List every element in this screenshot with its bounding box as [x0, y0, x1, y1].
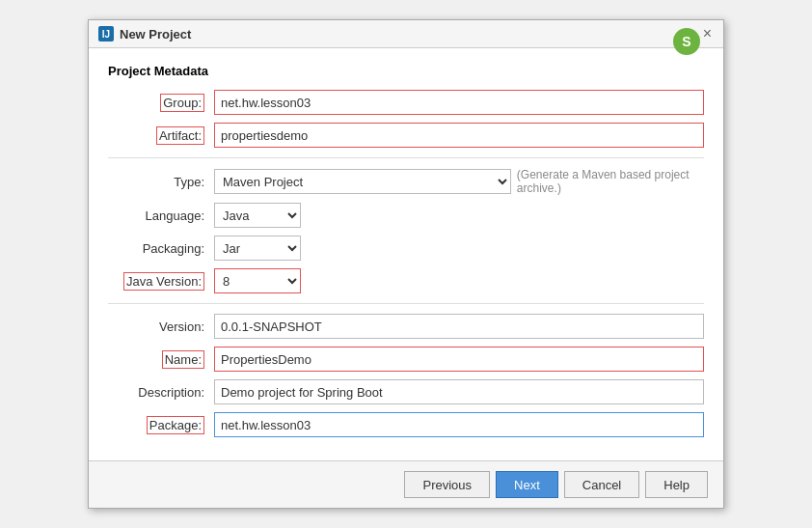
group-input-wrapper — [214, 90, 704, 115]
package-input-wrapper — [214, 412, 704, 437]
packaging-select[interactable]: Jar War — [214, 236, 301, 261]
type-hint: (Generate a Maven based project archive.… — [517, 168, 704, 195]
artifact-label: Artifact: — [108, 128, 214, 143]
package-input[interactable] — [214, 412, 704, 437]
packaging-label: Packaging: — [108, 241, 214, 256]
description-input-wrapper — [214, 379, 704, 404]
name-label: Name: — [108, 352, 214, 367]
type-label: Type: — [108, 175, 214, 189]
artifact-input-wrapper — [214, 123, 704, 148]
package-label: Package: — [108, 418, 214, 432]
artifact-row: Artifact: — [108, 123, 704, 148]
spring-icon: S — [673, 28, 700, 55]
group-label: Group: — [108, 96, 214, 110]
packaging-row: Packaging: Jar War — [108, 236, 704, 261]
packaging-select-wrapper: Jar War — [214, 236, 704, 261]
next-button[interactable]: Next — [496, 471, 558, 498]
previous-button[interactable]: Previous — [404, 471, 490, 498]
version-input-wrapper — [214, 314, 704, 339]
help-button[interactable]: Help — [645, 471, 708, 498]
language-select[interactable]: Java Kotlin Groovy — [214, 203, 301, 228]
app-icon: IJ — [98, 26, 114, 42]
type-row-inner: Maven Project (Generate a Maven based pr… — [214, 168, 704, 195]
new-project-dialog: IJ New Project × S Project Metadata Grou… — [88, 19, 724, 509]
type-row: Type: Maven Project (Generate a Maven ba… — [108, 168, 704, 195]
description-label: Description: — [108, 385, 214, 400]
java-version-row: Java Version: 8 11 17 21 — [108, 268, 704, 293]
group-input[interactable] — [214, 90, 704, 115]
package-row: Package: — [108, 412, 704, 437]
name-row: Name: — [108, 347, 704, 372]
type-select[interactable]: Maven Project — [214, 169, 511, 194]
version-label: Version: — [108, 320, 214, 334]
artifact-input[interactable] — [214, 123, 704, 148]
language-label: Language: — [108, 208, 214, 223]
section-title: Project Metadata — [108, 64, 704, 78]
java-version-select[interactable]: 8 11 17 21 — [214, 268, 301, 293]
java-version-select-wrapper: 8 11 17 21 — [214, 268, 704, 293]
description-row: Description: — [108, 379, 704, 404]
description-input[interactable] — [214, 379, 704, 404]
dialog-body: Project Metadata Group: Artifact: Type: — [89, 48, 723, 460]
name-input[interactable] — [214, 347, 704, 372]
java-version-label: Java Version: — [108, 274, 214, 289]
name-input-wrapper — [214, 347, 704, 372]
title-bar-left: IJ New Project — [98, 26, 191, 42]
close-button[interactable]: × — [701, 26, 714, 42]
language-row: Language: Java Kotlin Groovy — [108, 203, 704, 228]
version-row: Version: — [108, 314, 704, 339]
cancel-button[interactable]: Cancel — [564, 471, 639, 498]
type-select-wrapper: Maven Project (Generate a Maven based pr… — [214, 168, 704, 195]
version-input[interactable] — [214, 314, 704, 339]
dialog-title: New Project — [120, 27, 191, 42]
dialog-footer: Previous Next Cancel Help — [89, 460, 723, 508]
title-bar: IJ New Project × — [89, 20, 723, 48]
language-select-wrapper: Java Kotlin Groovy — [214, 203, 704, 228]
group-row: Group: — [108, 90, 704, 115]
